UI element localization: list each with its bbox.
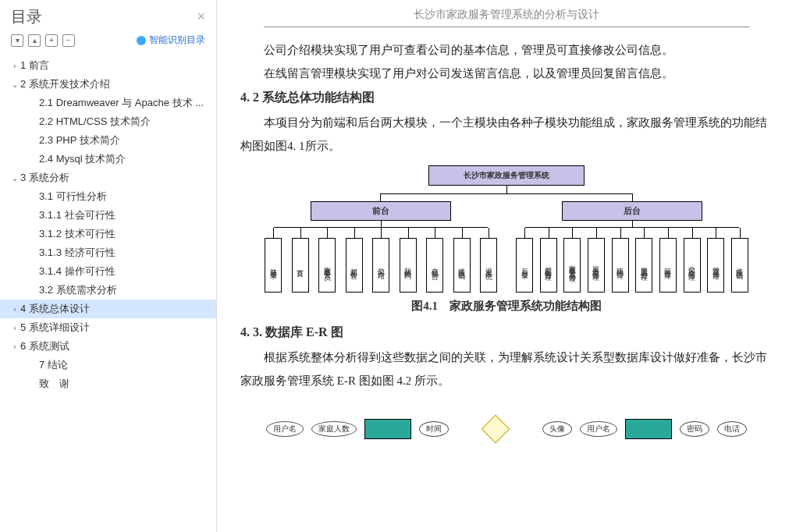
- toc-item[interactable]: 3.1.4 操作可行性: [0, 262, 216, 281]
- diagram-leaf: 家政服务人员: [318, 238, 336, 293]
- er-relation: [482, 415, 510, 444]
- er-entity: [364, 419, 411, 439]
- toc-item[interactable]: ›4 系统总体设计: [0, 300, 216, 318]
- diagram-leaf: 公司介绍: [372, 238, 389, 293]
- diagram-leaf: 首页: [292, 238, 309, 293]
- toc-item[interactable]: 2.2 HTML/CSS 技术简介: [0, 112, 216, 131]
- toc-list: ›1 前言⌄2 系统开发技术介绍2.1 Dreamweaver 与 Apache…: [0, 53, 216, 532]
- expand-all-icon[interactable]: ▴: [28, 34, 41, 47]
- diagram-leaf: 我的预约: [400, 238, 417, 293]
- add-icon[interactable]: +: [45, 34, 58, 47]
- heading: 4. 2 系统总体功能结构图: [233, 85, 780, 111]
- diagram-leaf: 注册登录: [265, 238, 282, 293]
- toc-item[interactable]: 2.1 Dreamweaver 与 Apache 技术 ...: [0, 94, 216, 112]
- er-attr: 用户名: [580, 421, 617, 437]
- toc-item[interactable]: 3.2 系统需求分析: [0, 281, 216, 300]
- paragraph: 公司介绍模块实现了用户可查看公司的基本信息，管理员可直接修改公司信息。: [233, 38, 780, 62]
- diagram-leaf: 管理员管理: [707, 238, 724, 293]
- diagram-leaf: 预约管理: [612, 238, 629, 293]
- toc-item[interactable]: ⌄2 系统开发技术介绍: [0, 75, 216, 94]
- collapse-all-icon[interactable]: ▾: [11, 34, 23, 47]
- remove-icon[interactable]: −: [62, 34, 75, 47]
- diagram-branch: 后台: [562, 201, 702, 221]
- toc-item[interactable]: ›1 前言: [0, 56, 216, 75]
- toc-item[interactable]: ›5 系统详细设计: [0, 318, 216, 337]
- toc-item[interactable]: 3.1 可行性分析: [0, 187, 216, 206]
- toc-item[interactable]: 2.4 Mysql 技术简介: [0, 150, 216, 168]
- close-icon[interactable]: ×: [197, 9, 205, 25]
- paragraph: 根据系统整体分析得到这些数据之间的关联，为理解系统设计关系型数据库设计做好准备，…: [233, 346, 780, 392]
- diagram-leaf: 后台登录: [516, 238, 533, 293]
- toc-item[interactable]: 3.1.2 技术可行性: [0, 225, 216, 243]
- toc-item[interactable]: ⌄3 系统分析: [0, 168, 216, 187]
- heading: 4. 3. 数据库 E-R 图: [233, 320, 780, 346]
- toc-item[interactable]: 7 结论: [0, 356, 216, 374]
- diagram-leaf: 新闻公告管理: [540, 238, 557, 293]
- diagram-leaf: 新闻公告: [346, 238, 363, 293]
- smart-toc-link[interactable]: 智能识别目录: [137, 34, 205, 47]
- diagram-leaf: 修改密码: [453, 238, 471, 293]
- er-attr: 密码: [680, 421, 709, 437]
- diagram-leaf: 公司介绍管理: [684, 238, 701, 293]
- diagram-leaf: 服务类型管理: [588, 238, 605, 293]
- diagram-leaf: 在线留言: [426, 238, 443, 293]
- diagram-leaf: 留言管理: [659, 238, 677, 293]
- toc-item[interactable]: 致 谢: [0, 374, 216, 393]
- toc-item[interactable]: ›6 系统测试: [0, 337, 216, 356]
- diagram-leaf: 注册用户管理: [635, 238, 652, 293]
- doc-header: 长沙市家政服务管理系统的分析与设计: [264, 0, 749, 27]
- diagram-leaf: 修改密码: [731, 238, 748, 293]
- er-attr: 家庭人数: [311, 421, 357, 437]
- toc-sidebar: 目录 × ▾ ▴ + − 智能识别目录 ›1 前言⌄2 系统开发技术介绍2.1 …: [0, 0, 217, 532]
- toc-item[interactable]: 3.1.1 社会可行性: [0, 206, 216, 225]
- dot-icon: [137, 36, 146, 45]
- toc-item[interactable]: 2.3 PHP 技术简介: [0, 131, 216, 150]
- er-attr: 头像: [542, 421, 572, 437]
- document-area: 长沙市家政服务管理系统的分析与设计 公司介绍模块实现了用户可查看公司的基本信息，…: [217, 0, 796, 532]
- smart-toc-label: 智能识别目录: [149, 34, 205, 47]
- diagram-root: 长沙市家政服务管理系统: [428, 165, 585, 186]
- diagram-leaf: 退出系统: [480, 238, 497, 293]
- er-attr: 时间: [419, 421, 449, 437]
- er-attr: 用户名: [266, 421, 304, 437]
- structure-diagram: 长沙市家政服务管理系统 前台注册登录首页家政服务人员新闻公告公司介绍我的预约在线…: [265, 165, 748, 293]
- er-attr: 电话: [717, 421, 747, 437]
- toc-item[interactable]: 3.1.3 经济可行性: [0, 243, 216, 262]
- paragraph: 在线留言管理模块实现了用户对公司发送留言信息，以及管理员回复留言信息。: [233, 62, 780, 85]
- er-entity: [625, 419, 672, 439]
- toc-title: 目录: [11, 6, 42, 27]
- diagram-branch: 前台: [311, 201, 451, 221]
- er-diagram-partial: 用户名 家庭人数 时间 头像 用户名 密码 电话: [233, 392, 780, 439]
- figure-caption: 图4.1 家政服务管理系统功能结构图: [233, 293, 780, 320]
- diagram-leaf: 家政服务人员管理: [563, 238, 581, 293]
- paragraph: 本项目分为前端和后台两大模块，一个主模块由各种子模块功能组成，家政服务管理系统的…: [233, 111, 780, 158]
